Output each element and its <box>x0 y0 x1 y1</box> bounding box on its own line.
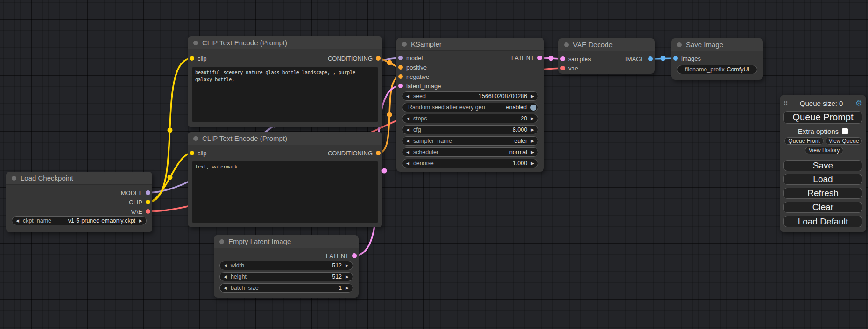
decrement-arrow-icon[interactable]: ◀ <box>402 159 413 168</box>
drag-handle-icon[interactable]: ⠿ <box>783 100 788 107</box>
slot-label: positive <box>406 64 427 71</box>
input-slot-model[interactable] <box>398 56 403 60</box>
collapse-dot-icon[interactable] <box>564 42 569 47</box>
output-slot-latent[interactable] <box>352 253 357 258</box>
toggle-knob-icon[interactable] <box>530 105 536 111</box>
input-slot-clip[interactable] <box>190 56 194 61</box>
widget-denoise[interactable]: ◀ denoise 1.000 ▶ <box>402 159 538 168</box>
widget-random-seed-toggle[interactable]: Random seed after every gen enabled <box>402 103 538 112</box>
widget-height[interactable]: ◀ height 512 ▶ <box>219 272 353 281</box>
queue-size-label: Queue size: 0 <box>788 99 855 107</box>
collapse-dot-icon[interactable] <box>219 239 224 244</box>
output-slot-model[interactable] <box>146 190 150 195</box>
output-slot-vae[interactable] <box>146 209 150 214</box>
increment-arrow-icon[interactable]: ▶ <box>527 92 538 100</box>
widget-value: 20 <box>521 115 527 122</box>
output-slot-conditioning[interactable] <box>376 56 381 61</box>
output-slot-conditioning[interactable] <box>376 151 381 155</box>
input-slot-negative[interactable] <box>398 74 403 79</box>
widget-ckpt-name[interactable]: ◀ ckpt_name v1-5-pruned-emaonly.ckpt ▶ <box>12 216 147 225</box>
increment-arrow-icon[interactable]: ▶ <box>342 261 353 270</box>
queue-panel: ⠿ Queue size: 0 ⚙ Queue Prompt Extra opt… <box>780 95 866 232</box>
widget-scheduler[interactable]: ◀ scheduler normal ▶ <box>402 147 538 157</box>
increment-arrow-icon[interactable]: ▶ <box>342 284 353 292</box>
widget-steps[interactable]: ◀ steps 20 ▶ <box>402 114 538 123</box>
node-empty-latent-image[interactable]: Empty Latent Image LATENT ◀ width 512 ▶ … <box>214 235 359 298</box>
output-slot-image[interactable] <box>648 56 653 61</box>
decrement-arrow-icon[interactable]: ◀ <box>402 137 413 145</box>
input-slot-latent-image[interactable] <box>398 84 403 88</box>
decrement-arrow-icon[interactable]: ◀ <box>402 126 413 134</box>
slot-label: VAE <box>131 208 142 215</box>
node-vae-decode[interactable]: VAE Decode samples IMAGE vae <box>558 38 655 74</box>
collapse-dot-icon[interactable] <box>677 42 682 47</box>
input-slot-images[interactable] <box>673 56 678 61</box>
node-title-bar[interactable]: Load Checkpoint <box>6 172 152 185</box>
node-title-bar[interactable]: CLIP Text Encode (Prompt) <box>188 36 382 49</box>
prompt-textarea[interactable]: text, watermark <box>192 161 378 223</box>
widget-cfg[interactable]: ◀ cfg 8.000 ▶ <box>402 125 538 134</box>
collapse-dot-icon[interactable] <box>193 136 198 141</box>
decrement-arrow-icon[interactable]: ◀ <box>220 261 231 270</box>
slot-label: CONDITIONING <box>328 150 373 157</box>
gear-icon[interactable]: ⚙ <box>855 99 862 107</box>
collapse-dot-icon[interactable] <box>402 42 407 47</box>
widget-value: 8.000 <box>513 126 527 133</box>
increment-arrow-icon[interactable]: ▶ <box>527 126 538 134</box>
decrement-arrow-icon[interactable]: ◀ <box>402 114 413 123</box>
queue-prompt-button[interactable]: Queue Prompt <box>783 111 862 124</box>
save-button[interactable]: Save <box>783 160 862 171</box>
decrement-arrow-icon[interactable]: ◀ <box>402 148 413 156</box>
decrement-arrow-icon[interactable]: ◀ <box>220 284 231 292</box>
node-clip-text-encode-positive[interactable]: CLIP Text Encode (Prompt) clip CONDITION… <box>188 36 382 127</box>
node-ksampler[interactable]: KSampler model LATENT positive negative … <box>396 38 544 172</box>
widget-width[interactable]: ◀ width 512 ▶ <box>219 261 353 270</box>
view-history-button[interactable]: View History <box>805 147 843 154</box>
view-queue-button[interactable]: View Queue <box>826 137 862 145</box>
input-slot-samples[interactable] <box>560 56 565 61</box>
load-default-button[interactable]: Load Default <box>783 216 862 227</box>
increment-arrow-icon[interactable]: ▶ <box>527 159 538 168</box>
node-title-bar[interactable]: KSampler <box>396 38 544 51</box>
load-button[interactable]: Load <box>783 174 862 185</box>
increment-arrow-icon[interactable]: ▶ <box>342 273 353 281</box>
node-title-bar[interactable]: Empty Latent Image <box>214 235 359 248</box>
collapse-dot-icon[interactable] <box>193 41 198 45</box>
widget-sampler-name[interactable]: ◀ sampler_name euler ▶ <box>402 136 538 146</box>
refresh-button[interactable]: Refresh <box>783 188 862 199</box>
input-slot-vae[interactable] <box>560 66 565 70</box>
slot-label: LATENT <box>326 252 349 259</box>
node-title: Empty Latent Image <box>228 238 291 245</box>
widget-value: 1 <box>339 285 342 291</box>
node-load-checkpoint[interactable]: Load Checkpoint MODEL CLIP VAE ◀ ckpt_na… <box>6 172 152 232</box>
graph-canvas[interactable]: Load Checkpoint MODEL CLIP VAE ◀ ckpt_na… <box>0 0 868 329</box>
node-title-bar[interactable]: CLIP Text Encode (Prompt) <box>188 132 382 145</box>
increment-arrow-icon[interactable]: ▶ <box>135 217 146 225</box>
node-save-image[interactable]: Save Image images filename_prefix ComfyU… <box>671 38 763 80</box>
decrement-arrow-icon[interactable]: ◀ <box>12 217 23 225</box>
output-slot-clip[interactable] <box>146 200 150 204</box>
widget-label: filename_prefix <box>677 66 725 73</box>
increment-arrow-icon[interactable]: ▶ <box>527 114 538 123</box>
clear-button[interactable]: Clear <box>783 202 862 213</box>
widget-seed[interactable]: ◀ seed 156680208700286 ▶ <box>402 91 538 101</box>
node-title: Load Checkpoint <box>21 174 73 182</box>
prompt-textarea[interactable]: beautiful scenery nature glass bottle la… <box>192 67 378 122</box>
collapse-dot-icon[interactable] <box>12 176 16 181</box>
slot-label: MODEL <box>121 189 142 196</box>
node-title-bar[interactable]: Save Image <box>671 38 763 51</box>
decrement-arrow-icon[interactable]: ◀ <box>220 273 231 281</box>
widget-value: 1.000 <box>513 160 527 167</box>
widget-filename-prefix[interactable]: filename_prefix ComfyUI <box>677 65 757 74</box>
input-slot-positive[interactable] <box>398 65 403 70</box>
node-title-bar[interactable]: VAE Decode <box>558 38 655 51</box>
widget-batch-size[interactable]: ◀ batch_size 1 ▶ <box>219 283 353 293</box>
node-clip-text-encode-negative[interactable]: CLIP Text Encode (Prompt) clip CONDITION… <box>188 132 382 227</box>
decrement-arrow-icon[interactable]: ◀ <box>402 92 413 100</box>
input-slot-clip[interactable] <box>190 151 194 155</box>
output-slot-latent[interactable] <box>537 56 542 60</box>
extra-options-checkbox[interactable] <box>842 128 848 134</box>
queue-front-button[interactable]: Queue Front <box>784 137 824 145</box>
increment-arrow-icon[interactable]: ▶ <box>527 148 538 156</box>
increment-arrow-icon[interactable]: ▶ <box>527 137 538 145</box>
